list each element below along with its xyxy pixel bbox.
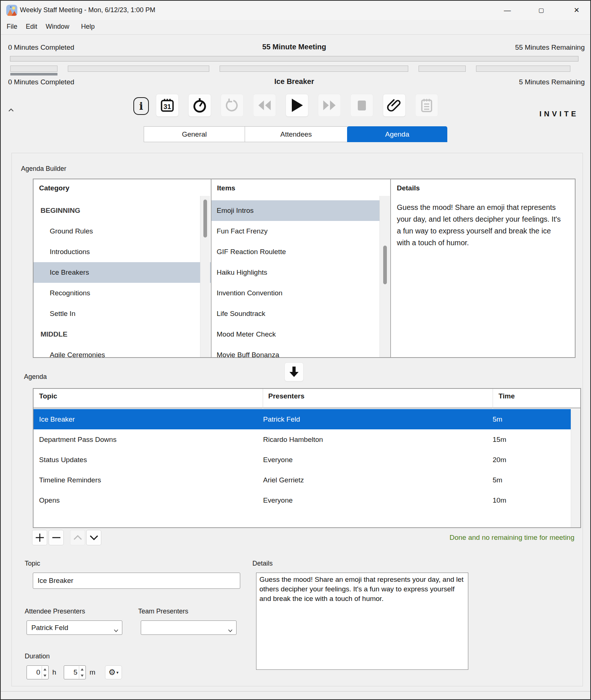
agenda-item-option[interactable]: Movie Buff Bonanza	[211, 345, 380, 358]
topic-input[interactable]: Ice Breaker	[33, 573, 240, 589]
agenda-row-topic: Ice Breaker	[34, 415, 263, 423]
agenda-row[interactable]: Opens Everyone 10m	[34, 490, 571, 510]
time-column-header[interactable]: Time	[499, 392, 515, 400]
agenda-item-option[interactable]: Haiku Highlights	[211, 262, 380, 283]
spin-up-icon[interactable]	[79, 666, 85, 672]
app-window: Weekly Staff Meeting - Mon, 6/12/23, 1:0…	[0, 0, 591, 700]
menu-edit[interactable]: Edit	[26, 23, 37, 31]
calendar-icon: 31	[159, 97, 175, 113]
rewind-button[interactable]	[253, 94, 276, 117]
category-item[interactable]: Settle In	[34, 303, 211, 324]
minutes-unit-label: m	[90, 668, 95, 676]
spin-down-icon[interactable]	[79, 672, 85, 679]
agenda-item-option[interactable]: Mood Meter Check	[211, 324, 380, 345]
agenda-row-presenters: Everyone	[263, 496, 493, 504]
tab-general[interactable]: General	[144, 126, 245, 142]
agenda-rows: Ice Breaker Patrick Feld 5m Department P…	[34, 409, 571, 510]
progress-segment	[419, 66, 466, 72]
fast-forward-button[interactable]	[318, 94, 341, 117]
tab-attendees[interactable]: Attendees	[245, 126, 347, 142]
agenda-row-presenters: Ariel Gerrietz	[263, 476, 493, 484]
agenda-item-option[interactable]: GIF Reaction Roulette	[211, 242, 380, 262]
category-item[interactable]: Recognitions	[34, 283, 211, 303]
add-row-button[interactable]	[32, 530, 47, 545]
agenda-item-option[interactable]: Invention Convention	[211, 283, 380, 303]
agenda-row[interactable]: Department Pass Downs Ricardo Hambelton …	[34, 429, 571, 450]
agenda-row[interactable]: Timeline Reminders Ariel Gerrietz 5m	[34, 470, 571, 490]
agenda-builder-panel: Category Items Details BEGINNING Ground …	[33, 179, 576, 358]
topic-label: Topic	[25, 560, 40, 567]
svg-text:31: 31	[164, 103, 171, 110]
progress-segment	[10, 66, 57, 72]
agenda-table-header: Topic Presenters Time	[34, 389, 580, 408]
chevron-down-icon	[114, 626, 118, 634]
category-scrollbar[interactable]	[200, 196, 210, 358]
collapse-chevron-icon[interactable]	[8, 108, 14, 114]
invite-button[interactable]: INVITE	[539, 110, 578, 118]
category-item[interactable]: Introductions	[34, 242, 211, 262]
category-column-header: Category	[39, 184, 69, 192]
agenda-row-selected[interactable]: Ice Breaker Patrick Feld 5m	[34, 409, 571, 429]
agenda-item-option[interactable]: Life Soundtrack	[211, 303, 380, 324]
agenda-row-time: 15m	[493, 436, 570, 444]
agenda-row[interactable]: Status Updates Everyone 20m	[34, 450, 571, 470]
add-to-agenda-button[interactable]	[284, 362, 304, 381]
stop-button[interactable]	[350, 94, 373, 117]
category-item[interactable]: Agile Ceremonies	[34, 345, 211, 358]
move-row-down-button[interactable]	[86, 530, 101, 545]
chevron-down-icon	[89, 535, 99, 541]
calendar-button[interactable]: 31	[156, 94, 179, 117]
details-textarea[interactable]: Guess the mood! Share an emoji that repr…	[256, 573, 468, 670]
category-list: BEGINNING Ground Rules Introductions Ice…	[34, 200, 211, 358]
remove-row-button[interactable]	[49, 530, 64, 545]
stop-icon	[358, 101, 366, 110]
reset-button[interactable]	[221, 94, 244, 117]
play-button[interactable]	[286, 94, 308, 117]
notes-button[interactable]	[415, 94, 438, 117]
items-scrollbar-thumb[interactable]	[383, 246, 387, 284]
category-group: BEGINNING	[34, 200, 211, 221]
topic-column-header[interactable]: Topic	[39, 392, 57, 400]
notepad-icon	[419, 98, 434, 113]
close-button[interactable]: ✕	[571, 5, 582, 15]
agenda-row-presenters: Everyone	[263, 456, 493, 464]
attendee-presenters-select[interactable]: Patrick Feld	[27, 620, 122, 635]
agenda-builder-label: Agenda Builder	[21, 165, 66, 173]
team-presenters-select[interactable]	[141, 620, 237, 635]
agenda-item-option-selected[interactable]: Emoji Intros	[211, 200, 380, 221]
duration-options-button[interactable]: ⚙ ▾	[105, 665, 122, 679]
chevron-down-icon	[228, 626, 232, 634]
details-column-header: Details	[397, 184, 420, 192]
spin-up-icon[interactable]	[42, 666, 48, 672]
menu-file[interactable]: File	[7, 23, 17, 31]
menu-bar: File Edit Window Help	[1, 20, 590, 35]
attendee-presenters-value: Patrick Feld	[31, 624, 68, 632]
header-divider	[493, 389, 493, 408]
maximize-button[interactable]: ▢	[536, 5, 547, 15]
paperclip-icon	[387, 98, 402, 113]
menu-window[interactable]: Window	[46, 23, 69, 31]
items-list: Emoji Intros Fun Fact Frenzy GIF Reactio…	[211, 200, 380, 358]
attachment-button[interactable]	[383, 94, 406, 117]
agenda-item-option[interactable]: Fun Fact Frenzy	[211, 221, 380, 242]
duration-minutes-stepper[interactable]: 5	[64, 665, 86, 679]
duration-hours-stepper[interactable]: 0	[27, 665, 49, 679]
items-scrollbar[interactable]	[380, 196, 390, 358]
menu-help[interactable]: Help	[81, 23, 95, 31]
minimize-button[interactable]: —	[502, 5, 513, 15]
category-item[interactable]: Ground Rules	[34, 221, 211, 242]
tab-agenda[interactable]: Agenda	[347, 126, 447, 142]
info-icon[interactable]: i	[133, 97, 149, 115]
category-item-selected[interactable]: Ice Breakers	[34, 262, 211, 283]
timer-button[interactable]	[188, 94, 211, 117]
agenda-row-topic: Timeline Reminders	[34, 476, 263, 484]
item-minutes-remaining-label: 5 Minutes Remaining	[10, 78, 585, 86]
agenda-scrollbar[interactable]	[571, 409, 580, 528]
move-row-up-button[interactable]	[70, 530, 85, 545]
category-group: MIDDLE	[34, 324, 211, 345]
window-bottom-divider	[1, 691, 590, 692]
rewind-icon	[257, 99, 272, 112]
presenters-column-header[interactable]: Presenters	[268, 392, 304, 400]
category-scrollbar-thumb[interactable]	[203, 200, 207, 238]
spin-down-icon[interactable]	[42, 672, 48, 679]
